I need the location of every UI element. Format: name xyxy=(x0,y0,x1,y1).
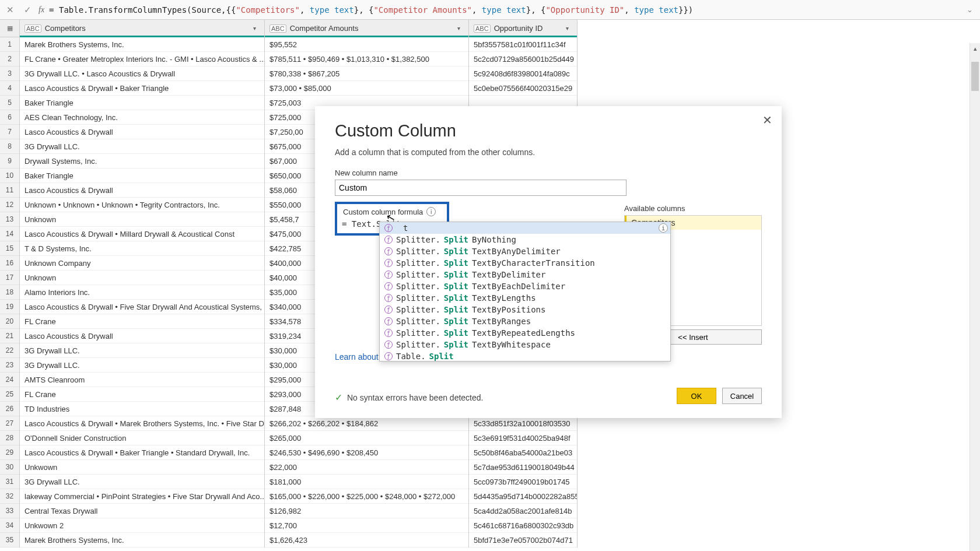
cell-competitors[interactable]: 3G Drywall LLC. • Lasco Acoustics & Dryw… xyxy=(20,66,264,81)
column-filter-icon[interactable]: ▾ xyxy=(249,25,260,31)
cell-competitors[interactable]: Unkwown xyxy=(20,460,264,475)
cancel-formula-icon[interactable]: ✕ xyxy=(4,3,16,16)
cancel-button[interactable]: Cancel xyxy=(722,388,762,404)
new-column-name-input[interactable] xyxy=(335,180,626,196)
row-number[interactable]: 23 xyxy=(0,358,19,373)
cell-competitors[interactable]: Lasco Acoustics & Drywall • Five Star Dr… xyxy=(20,300,264,314)
row-number[interactable]: 28 xyxy=(0,431,19,445)
cell-amounts[interactable]: $126,982 xyxy=(265,504,468,518)
row-number[interactable]: 33 xyxy=(0,504,19,518)
cell-competitors[interactable]: Lasco Acoustics & Drywall xyxy=(20,125,264,139)
cell-amounts[interactable]: $780,338 • $867,205 xyxy=(265,66,468,81)
cell-competitors[interactable]: Marek Brothers Systems, Inc. xyxy=(20,533,264,548)
cell-competitors[interactable]: Marek Brothers Systems, Inc. xyxy=(20,37,264,52)
cell-opportunity-id[interactable]: 5c2cd07129a856001b25d449 xyxy=(469,52,577,66)
row-number[interactable]: 31 xyxy=(0,475,19,489)
intellisense-item[interactable]: ƒSplitter.SplitTextByPositions xyxy=(380,304,670,315)
cell-competitors[interactable]: Baker Triangle xyxy=(20,169,264,183)
intellisense-item[interactable]: ƒSplitter.SplitTextByRanges xyxy=(380,315,670,327)
cell-competitors[interactable]: TD Industries xyxy=(20,402,264,416)
intellisense-item[interactable]: ƒSplitter.SplitByNothing xyxy=(380,234,670,245)
cell-opportunity-id[interactable]: 5c461c68716a6800302c93db xyxy=(469,518,577,533)
row-number[interactable]: 1 xyxy=(0,37,19,52)
cell-competitors[interactable]: Central Texas Drywall xyxy=(20,504,264,518)
fx-icon[interactable]: fx xyxy=(38,5,44,15)
row-number[interactable]: 32 xyxy=(0,489,19,504)
intellisense-item[interactable]: ƒ t xyxy=(380,222,670,234)
row-number[interactable]: 22 xyxy=(0,343,19,358)
cell-competitors[interactable]: Unkwown 2 xyxy=(20,518,264,533)
row-number[interactable]: 18 xyxy=(0,285,19,300)
cell-amounts[interactable]: $165,000 • $226,000 • $225,000 • $248,00… xyxy=(265,489,468,504)
intellisense-item[interactable]: ƒSplitter.SplitTextByCharacterTransition xyxy=(380,257,670,269)
cell-amounts[interactable]: $181,000 xyxy=(265,475,468,489)
row-number[interactable]: 25 xyxy=(0,387,19,402)
row-number[interactable]: 7 xyxy=(0,125,19,139)
row-number[interactable]: 13 xyxy=(0,212,19,227)
intellisense-item[interactable]: ƒSplitter.SplitTextByDelimiter xyxy=(380,269,670,280)
row-number[interactable]: 12 xyxy=(0,198,19,212)
info-icon[interactable]: i xyxy=(426,207,436,216)
intellisense-popup[interactable]: i ƒ tƒSplitter.SplitByNothingƒSplitter.S… xyxy=(379,222,671,362)
row-number[interactable]: 24 xyxy=(0,373,19,387)
cell-opportunity-id[interactable]: 5cc0973b7ff2490019b01745 xyxy=(469,475,577,489)
cell-amounts[interactable]: $95,552 xyxy=(265,37,468,52)
scroll-up-icon[interactable]: ▴ xyxy=(970,43,980,54)
row-number[interactable]: 6 xyxy=(0,110,19,125)
row-number[interactable]: 19 xyxy=(0,300,19,314)
cell-amounts[interactable]: $73,000 • $85,000 xyxy=(265,81,468,96)
cell-competitors[interactable]: 3G Drywall LLC. xyxy=(20,343,264,358)
cell-competitors[interactable]: Lasco Acoustics & Drywall • Baker Triang… xyxy=(20,81,264,96)
cell-competitors[interactable]: FL Crane xyxy=(20,387,264,402)
cell-amounts[interactable]: $785,511 • $950,469 • $1,013,310 • $1,38… xyxy=(265,52,468,66)
cell-opportunity-id[interactable]: 5bfd71e3e7e057002b074d71 xyxy=(469,533,577,548)
cell-competitors[interactable]: Alamo Interiors Inc. xyxy=(20,285,264,300)
cell-competitors[interactable]: O'Donnell Snider Construction xyxy=(20,431,264,445)
row-number[interactable]: 2 xyxy=(0,52,19,66)
ok-button[interactable]: OK xyxy=(677,388,716,404)
cell-competitors[interactable]: AMTS Cleanroom xyxy=(20,373,264,387)
cell-competitors[interactable]: T & D Systems, Inc. xyxy=(20,241,264,256)
row-number[interactable]: 30 xyxy=(0,460,19,475)
cell-opportunity-id[interactable]: 5ca4dd2a058ac2001afe814b xyxy=(469,504,577,518)
row-number[interactable]: 9 xyxy=(0,154,19,169)
row-number[interactable]: 26 xyxy=(0,402,19,416)
row-number[interactable]: 17 xyxy=(0,271,19,285)
row-number[interactable]: 27 xyxy=(0,416,19,431)
row-number[interactable]: 29 xyxy=(0,445,19,460)
cell-opportunity-id[interactable]: 5c50b8f46aba54000a21be03 xyxy=(469,445,577,460)
cell-opportunity-id[interactable]: 5c0ebe075566f40020315e29 xyxy=(469,81,577,96)
column-header-opportunity-id[interactable]: ABC Opportunity ID ▾ xyxy=(469,20,577,37)
cell-competitors[interactable]: Lasco Acoustics & Drywall • Millard Dryw… xyxy=(20,227,264,241)
expand-formula-icon[interactable]: ⌄ xyxy=(963,5,977,14)
cell-amounts[interactable]: $22,000 xyxy=(265,460,468,475)
row-number[interactable]: 34 xyxy=(0,518,19,533)
cell-amounts[interactable]: $12,700 xyxy=(265,518,468,533)
cell-opportunity-id[interactable]: 5c3e6919f531d40025ba948f xyxy=(469,431,577,445)
row-number[interactable]: 14 xyxy=(0,227,19,241)
cell-competitors[interactable]: Drywall Systems, Inc. xyxy=(20,154,264,169)
cell-competitors[interactable]: 3G Drywall LLC. xyxy=(20,475,264,489)
accept-formula-icon[interactable]: ✓ xyxy=(21,3,34,16)
close-icon[interactable]: ✕ xyxy=(762,113,772,127)
vertical-scrollbar[interactable]: ▴ xyxy=(970,43,980,551)
cell-competitors[interactable]: Unknown xyxy=(20,212,264,227)
row-number[interactable]: 5 xyxy=(0,96,19,110)
cell-competitors[interactable]: Unknown • Unknown • Unknown • Tegrity Co… xyxy=(20,198,264,212)
column-filter-icon[interactable]: ▾ xyxy=(562,25,572,31)
intellisense-item[interactable]: ƒTable.Split xyxy=(380,350,670,362)
row-number[interactable]: 4 xyxy=(0,81,19,96)
cell-amounts[interactable]: $265,000 xyxy=(265,431,468,445)
cell-competitors[interactable]: lakeway Commercial • PinPoint Strategies… xyxy=(20,489,264,504)
intellisense-item[interactable]: ƒSplitter.SplitTextByLengths xyxy=(380,292,670,304)
cell-competitors[interactable]: FL Crane xyxy=(20,314,264,329)
cell-competitors[interactable]: Unknown xyxy=(20,271,264,285)
cell-opportunity-id[interactable]: 5c7dae953d61190018049b44 xyxy=(469,460,577,475)
column-header-amounts[interactable]: ABC Competitor Amounts ▾ xyxy=(265,20,468,37)
cell-amounts[interactable]: $246,530 • $496,690 • $208,450 xyxy=(265,445,468,460)
cell-amounts[interactable]: $266,202 • $266,202 • $184,862 xyxy=(265,416,468,431)
intellisense-item[interactable]: ƒSplitter.SplitTextByAnyDelimiter xyxy=(380,245,670,257)
row-number[interactable]: 11 xyxy=(0,183,19,198)
row-number[interactable]: 8 xyxy=(0,139,19,154)
cell-competitors[interactable]: AES Clean Technology, Inc. xyxy=(20,110,264,125)
